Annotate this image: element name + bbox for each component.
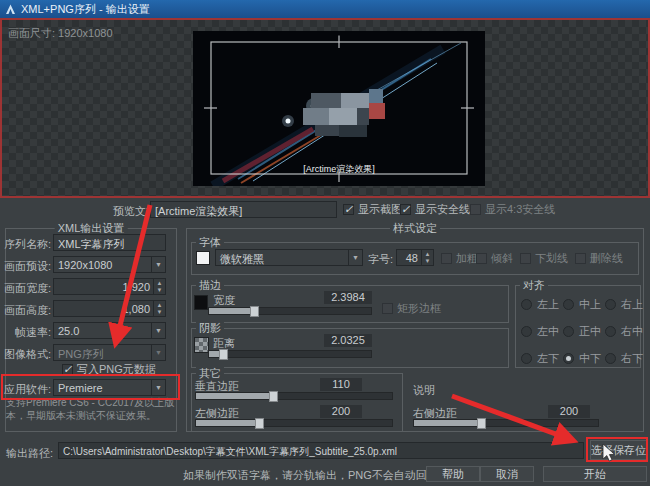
align-mid-left-radio[interactable]: 左中 — [521, 324, 559, 339]
align-mid-right-radio[interactable]: 右中 — [605, 324, 643, 339]
shadow-distance-value[interactable]: 2.0325 — [324, 334, 372, 347]
font-size-stepper[interactable]: 48 ▲▼ — [396, 249, 434, 266]
font-family-dropdown[interactable]: 微软雅黑 ▼ — [215, 249, 363, 266]
write-png-metadata-checkbox[interactable]: ✓ 写入PNG元数据 — [62, 363, 156, 376]
right-margin-value[interactable]: 200 — [548, 405, 590, 418]
rect-border-checkbox[interactable]: 矩形边框 — [382, 302, 441, 315]
lens-flare-preview: [Arctime渲染效果] — [193, 31, 485, 186]
image-format-dropdown: PNG序列 ▼ — [53, 344, 166, 361]
height-stepper[interactable]: 1,080 ▲▼ — [53, 300, 166, 317]
left-margin-slider[interactable] — [195, 419, 393, 427]
font-color-swatch[interactable] — [196, 251, 210, 265]
stroke-color-swatch[interactable] — [194, 295, 208, 310]
title-bar: XML+PNG序列 - 输出设置 — [0, 0, 650, 18]
preset-label: 画面预设: — [2, 259, 51, 274]
slider-handle[interactable] — [477, 418, 486, 429]
align-top-left-radio[interactable]: 左上 — [521, 297, 559, 312]
slider-handle[interactable] — [269, 391, 278, 402]
checkbox-box — [575, 253, 586, 264]
slider-handle[interactable] — [250, 306, 259, 317]
slider-handle[interactable] — [255, 418, 264, 429]
sequence-name-input[interactable]: XML字幕序列 — [53, 234, 166, 251]
checkbox-box — [476, 253, 487, 264]
stroke-width-slider[interactable] — [208, 307, 372, 315]
image-format-label: 图像格式: — [2, 347, 51, 362]
compatibility-note: 支持Premiere CS6 - CC2017及以上版本，早期版本未测试不保证效… — [6, 396, 178, 422]
preset-dropdown[interactable]: 1920x1080 ▼ — [53, 256, 166, 273]
chevron-down-icon: ▼ — [348, 250, 362, 265]
shadow-distance-slider[interactable] — [208, 350, 372, 358]
height-label: 画面高度: — [2, 303, 51, 318]
sequence-name-label: 序列名称: — [2, 237, 51, 252]
checkbox-box: ✓ — [62, 364, 73, 375]
stroke-width-value[interactable]: 2.3984 — [324, 291, 372, 304]
stepper-arrows-icon[interactable]: ▲▼ — [153, 301, 165, 316]
stroke-width-label: 宽度 — [213, 293, 235, 308]
framerate-label: 帧速率: — [2, 325, 51, 340]
target-app-label: 应用软件: — [2, 382, 51, 397]
vertical-margin-value[interactable]: 110 — [320, 378, 362, 391]
preview-text-input[interactable]: [Arctime渲染效果] — [150, 201, 337, 218]
slider-handle[interactable] — [219, 349, 228, 360]
width-label: 画面宽度: — [2, 281, 51, 296]
preview-subtitle-text: [Arctime渲染效果] — [303, 164, 375, 174]
checkbox-box: ✓ — [400, 204, 411, 215]
checkbox-box: ✓ — [343, 204, 354, 215]
chevron-down-icon: ▼ — [151, 380, 165, 395]
left-margin-value[interactable]: 200 — [320, 405, 362, 418]
italic-checkbox[interactable]: 倾斜 — [476, 252, 513, 265]
show-safe43-checkbox[interactable]: 显示4:3安全线 — [470, 203, 555, 216]
output-settings-dialog: XML+PNG序列 - 输出设置 画面尺寸: 1920x1080 — [0, 0, 650, 486]
strikethrough-checkbox[interactable]: 删除线 — [575, 252, 623, 265]
align-center-radio[interactable]: 正中 — [563, 324, 601, 339]
checkbox-box — [520, 253, 531, 264]
vertical-margin-slider[interactable] — [195, 392, 393, 400]
stepper-arrows-icon[interactable]: ▲▼ — [421, 250, 433, 265]
font-size-label: 字号: — [368, 252, 393, 267]
align-bottom-right-radio[interactable]: 右下 — [605, 351, 643, 366]
output-path-input[interactable]: C:\Users\Administrator\Desktop\字幕文件\XML字… — [58, 442, 584, 459]
canvas-size-label: 画面尺寸: 1920x1080 — [8, 26, 113, 41]
group-title: XML输出设置 — [55, 222, 128, 234]
help-button[interactable]: 帮助 — [426, 466, 480, 482]
output-path-label: 输出路径: — [6, 446, 53, 461]
show-screenshot-checkbox[interactable]: ✓ 显示截图 — [343, 203, 402, 216]
align-top-center-radio[interactable]: 中上 — [563, 297, 601, 312]
checkbox-box — [470, 204, 481, 215]
bilingual-hint: 如果制作双语字幕，请分轨输出，PNG不会自动回换行 — [183, 468, 449, 483]
chevron-down-icon: ▼ — [151, 323, 165, 338]
underline-checkbox[interactable]: 下划线 — [520, 252, 568, 265]
align-bottom-left-radio[interactable]: 左下 — [521, 351, 559, 366]
video-preview-frame: [Arctime渲染效果] — [193, 31, 485, 186]
group-title: 样式设定 — [390, 222, 440, 234]
align-bottom-center-radio[interactable]: 中下 — [563, 351, 601, 366]
target-app-dropdown[interactable]: Premiere ▼ — [53, 379, 166, 396]
width-stepper[interactable]: 1,920 ▲▼ — [53, 278, 166, 295]
align-top-right-radio[interactable]: 右上 — [605, 297, 643, 312]
right-margin-slider[interactable] — [413, 419, 599, 427]
chevron-down-icon: ▼ — [151, 345, 165, 360]
choose-save-location-button[interactable]: 选择保存位置 — [590, 440, 647, 460]
checkbox-box — [441, 253, 452, 264]
show-safeline-checkbox[interactable]: ✓ 显示安全线 — [400, 203, 470, 216]
checkbox-box — [382, 303, 393, 314]
framerate-dropdown[interactable]: 25.0 ▼ — [53, 322, 166, 339]
chevron-down-icon: ▼ — [151, 257, 165, 272]
app-icon — [5, 4, 16, 15]
window-title: XML+PNG序列 - 输出设置 — [21, 2, 150, 17]
bold-checkbox[interactable]: 加粗 — [441, 252, 478, 265]
start-button[interactable]: 开始 — [543, 466, 647, 482]
stepper-arrows-icon[interactable]: ▲▼ — [153, 279, 165, 294]
description-label: 说明 — [413, 383, 435, 398]
shadow-color-swatch[interactable] — [194, 337, 209, 353]
cancel-button[interactable]: 取消 — [480, 466, 534, 482]
